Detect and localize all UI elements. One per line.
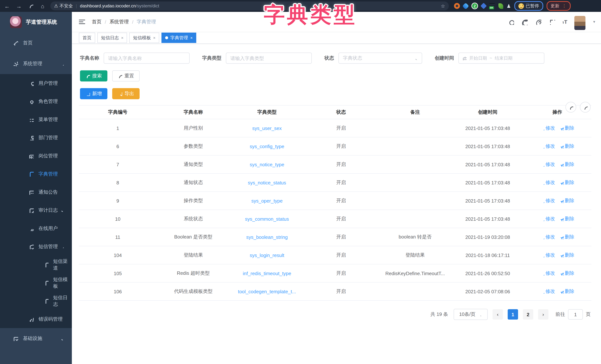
- cell-dict-type-link[interactable]: sys_config_type: [230, 143, 304, 149]
- table-row: 7 通知类型 sys_notice_type 开启 2021-01-05 17:…: [79, 155, 591, 174]
- edit-link[interactable]: 修改: [540, 234, 555, 240]
- extension-leaf-icon[interactable]: [498, 3, 503, 9]
- page-button-1[interactable]: 1: [508, 309, 518, 320]
- col-header-created: 创建时间: [452, 106, 523, 119]
- sidebar-item-roles[interactable]: 角色管理: [0, 92, 72, 110]
- download-icon: [118, 91, 122, 96]
- delete-link[interactable]: 删除: [560, 125, 574, 131]
- sidebar-item-online-users[interactable]: 在线用户: [0, 219, 72, 237]
- fullscreen-icon[interactable]: [549, 19, 555, 25]
- edit-link[interactable]: 修改: [540, 215, 555, 222]
- cell-dict-type-link[interactable]: sys_notice_type: [230, 162, 304, 167]
- font-size-icon[interactable]: тT: [562, 19, 567, 25]
- cell-dict-type-link[interactable]: sys_notice_status: [230, 180, 304, 185]
- tab-sms-log[interactable]: 短信日志 ×: [97, 33, 127, 43]
- page-button-2[interactable]: 2: [523, 309, 533, 320]
- sidebar-item-sms-template[interactable]: 短信模板: [0, 274, 72, 292]
- date-range-picker[interactable]: 开始日期 ~ 结束日期: [459, 53, 544, 64]
- sidebar-item-users[interactable]: 用户管理: [0, 74, 72, 92]
- page-size-select[interactable]: 10条/页: [454, 309, 488, 320]
- browser-update-pill[interactable]: 更新 ⋮: [546, 1, 571, 11]
- delete-link[interactable]: 删除: [560, 143, 574, 150]
- sidebar-item-departments[interactable]: 部门管理: [0, 129, 72, 147]
- close-icon[interactable]: ×: [190, 36, 193, 40]
- dict-type-input[interactable]: [226, 53, 312, 64]
- delete-link[interactable]: 删除: [560, 197, 574, 204]
- sidebar-item-menus[interactable]: 菜单管理: [0, 110, 72, 129]
- cell-dict-type-link[interactable]: sys_boolean_string: [230, 234, 304, 240]
- search-icon[interactable]: [508, 19, 514, 25]
- tab-dict-active[interactable]: 字典管理 ×: [161, 33, 196, 43]
- next-page-button[interactable]: ›: [538, 309, 548, 320]
- edit-link[interactable]: 修改: [540, 252, 555, 258]
- dict-name-input[interactable]: [104, 53, 190, 64]
- export-button[interactable]: 导出: [112, 88, 140, 99]
- extension-green-icon[interactable]: Z: [471, 3, 478, 9]
- sidebar-item-home[interactable]: 首页: [0, 33, 72, 53]
- sidebar-item-audit-log[interactable]: 审计日志: [0, 201, 72, 219]
- goto-page-input[interactable]: [568, 309, 583, 320]
- breadcrumb-home[interactable]: 首页: [92, 19, 101, 25]
- cell-dict-type-link[interactable]: sys_oper_type: [230, 198, 304, 203]
- sidebar-item-sms[interactable]: 短信管理: [0, 237, 72, 255]
- github-icon[interactable]: [521, 19, 528, 25]
- sidebar-item-notice[interactable]: 通知公告: [0, 183, 72, 201]
- prev-page-button[interactable]: ‹: [492, 309, 503, 320]
- sidebar-item-posts[interactable]: 岗位管理: [0, 147, 72, 165]
- cell-dict-type-link[interactable]: sys_user_sex: [230, 125, 304, 131]
- sidebar-item-sms-log[interactable]: 短信日志: [0, 292, 72, 310]
- tab-home[interactable]: 首页: [79, 33, 95, 43]
- delete-link[interactable]: 删除: [560, 288, 574, 295]
- delete-link[interactable]: 删除: [560, 179, 574, 186]
- browser-reload-icon[interactable]: [27, 3, 34, 9]
- reset-button[interactable]: 重置: [112, 70, 140, 81]
- app-logo-row[interactable]: 芋道管理系统: [0, 12, 72, 33]
- sidebar-item-error-code[interactable]: 错误码管理: [0, 310, 72, 328]
- extension-tampermonkey-icon[interactable]: on: [489, 3, 495, 9]
- search-button[interactable]: 搜索: [80, 70, 107, 81]
- extension-orange-icon[interactable]: [454, 3, 460, 9]
- breadcrumb-system[interactable]: 系统管理: [110, 19, 129, 25]
- extension-paused-pill[interactable]: 已暂停: [514, 1, 543, 11]
- browser-back-icon[interactable]: ←: [4, 3, 10, 9]
- delete-link[interactable]: 删除: [560, 215, 574, 222]
- edit-link[interactable]: 修改: [540, 125, 555, 131]
- help-icon[interactable]: [535, 19, 541, 25]
- hamburger-icon[interactable]: [79, 20, 85, 24]
- sidebar-item-sms-channel[interactable]: 短信渠道: [0, 255, 72, 274]
- add-button[interactable]: 新增: [80, 88, 107, 99]
- extension-diamond-icon[interactable]: [481, 3, 487, 9]
- tab-sms-template[interactable]: 短信模板 ×: [130, 33, 159, 43]
- edit-link[interactable]: 修改: [540, 161, 555, 168]
- extension-gem-icon[interactable]: [462, 3, 469, 10]
- table-refresh-button[interactable]: [580, 102, 591, 112]
- browser-forward-icon[interactable]: →: [16, 3, 22, 9]
- edit-link[interactable]: 修改: [540, 143, 555, 150]
- extensions-puzzle-icon[interactable]: ♟: [507, 3, 511, 9]
- bookmark-star-icon[interactable]: ☆: [441, 3, 445, 9]
- table-search-button[interactable]: [565, 102, 576, 112]
- cell-dict-type-link[interactable]: tool_codegen_template_t...: [230, 289, 304, 294]
- delete-link[interactable]: 删除: [560, 270, 574, 277]
- close-icon[interactable]: ×: [153, 36, 156, 40]
- sidebar-item-system[interactable]: 系统管理: [0, 53, 72, 74]
- edit-link[interactable]: 修改: [540, 197, 555, 204]
- address-bar[interactable]: ⚠ 不安全 | dashboard.yudao.iocoder.cn /syst…: [50, 1, 449, 10]
- browser-home-icon[interactable]: ⌂: [39, 3, 46, 9]
- delete-link[interactable]: 删除: [560, 161, 574, 168]
- status-select[interactable]: 字典状态: [339, 53, 422, 64]
- sidebar-item-dict[interactable]: 字典管理: [0, 165, 72, 183]
- cell-dict-type-link[interactable]: inf_redis_timeout_type: [230, 271, 304, 276]
- edit-link[interactable]: 修改: [540, 179, 555, 186]
- delete-link[interactable]: 删除: [560, 234, 574, 240]
- user-avatar[interactable]: [574, 16, 585, 30]
- browser-menu-icon[interactable]: ⋮: [562, 3, 566, 9]
- sidebar-item-infrastructure[interactable]: 基础设施: [0, 328, 72, 349]
- avatar-caret-icon[interactable]: ▼: [592, 20, 596, 24]
- edit-link[interactable]: 修改: [540, 288, 555, 295]
- edit-link[interactable]: 修改: [540, 270, 555, 277]
- close-icon[interactable]: ×: [121, 36, 123, 40]
- cell-dict-type-link[interactable]: sys_login_result: [230, 252, 304, 258]
- delete-link[interactable]: 删除: [560, 252, 574, 258]
- cell-dict-type-link[interactable]: sys_common_status: [230, 216, 304, 222]
